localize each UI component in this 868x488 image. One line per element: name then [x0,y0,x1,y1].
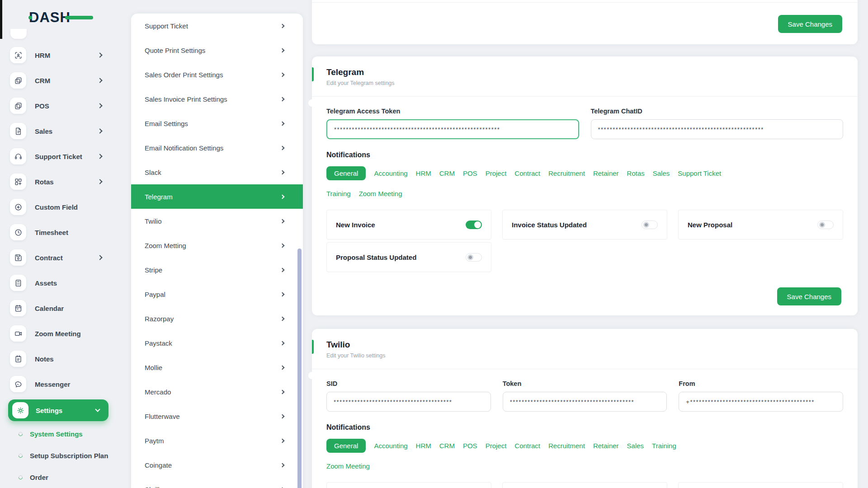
tab-contract[interactable]: Contract [514,439,540,453]
sidebar-item-timesheet[interactable]: Timesheet [0,220,130,245]
calculator-icon [10,275,26,291]
chevron-right-icon [97,52,102,57]
telegram-access-token-input[interactable] [326,119,579,139]
token-input[interactable] [503,392,667,412]
tab-crm[interactable]: CRM [439,166,455,180]
settings-menu-item-paystack[interactable]: Paystack [131,331,303,355]
settings-menu-item-coingate[interactable]: Coingate [131,453,303,477]
tab-hrm[interactable]: HRM [416,439,431,453]
save-button[interactable]: Save Changes [778,15,842,33]
sidebar-item-crm[interactable]: CRM [0,68,130,93]
settings-menu-item-label: Mercado [145,388,171,396]
sidebar-subitem-system-settings[interactable]: System Settings [0,423,130,445]
settings-menu-item-twilio[interactable]: Twilio [131,209,303,233]
settings-menu-item-mollie[interactable]: Mollie [131,355,303,380]
from-input[interactable] [679,392,843,412]
tab-rotas[interactable]: Rotas [627,166,645,180]
sidebar-item-custom-field[interactable]: Custom Field [0,194,130,220]
tab-zoom-meeting[interactable]: Zoom Meeting [359,187,402,201]
tab-training[interactable]: Training [326,187,351,201]
tab-sales[interactable]: Sales [653,166,670,180]
telegram-notification-tabs: GeneralAccountingHRMCRMPOSProjectContrac… [326,166,724,201]
settings-menu-item-label: Slack [145,169,161,176]
settings-menu-item-paypal[interactable]: Paypal [131,282,303,306]
save-button[interactable]: Save Changes [777,287,841,305]
tab-training[interactable]: Training [652,439,676,453]
tab-sales[interactable]: Sales [627,439,644,453]
tab-retainer[interactable]: Retainer [593,439,619,453]
invoice-status-updated-toggle[interactable] [642,221,658,229]
chevron-right-icon [280,389,285,394]
chevron-right-icon [280,243,285,248]
sidebar-item-pos[interactable]: POS [0,93,130,118]
scrollbar-thumb[interactable] [297,249,302,488]
grid-plus-icon [10,174,26,190]
tab-general[interactable]: General [326,166,366,180]
settings-menu-item-flutterwave[interactable]: Flutterwave [131,404,303,428]
tab-crm[interactable]: CRM [439,439,455,453]
tab-project[interactable]: Project [486,439,507,453]
sidebar-subitem-label: Setup Subscription Plan [30,452,108,460]
telegram-chatid-input[interactable] [591,119,844,139]
sidebar-item-label: Timesheet [35,229,68,236]
settings-menu-item-support-ticket[interactable]: Support Ticket [131,14,303,38]
settings-menu-item-skrill[interactable]: Skrill [131,477,303,488]
settings-menu-item-sales-order-print-settings[interactable]: Sales Order Print Settings [131,62,303,87]
tab-support-ticket[interactable]: Support Ticket [678,166,721,180]
settings-menu-item-mercado[interactable]: Mercado [131,380,303,404]
tab-recruitment[interactable]: Recruitment [548,439,585,453]
settings-menu-item-email-settings[interactable]: Email Settings [131,111,303,136]
settings-menu-item-zoom-metting[interactable]: Zoom Metting [131,233,303,258]
sidebar-item-hrm[interactable]: HRM [0,42,130,68]
new-proposal-toggle[interactable] [817,221,834,229]
previous-section-card: Save Changes [312,0,858,44]
tab-pos[interactable]: POS [463,166,477,180]
settings-menu-item-razorpay[interactable]: Razorpay [131,306,303,331]
settings-menu-item-quote-print-settings[interactable]: Quote Print Settings [131,38,303,62]
sidebar-item-contract[interactable]: Contract [0,245,130,270]
settings-menu-item-email-notification-settings[interactable]: Email Notification Settings [131,136,303,160]
bullet-icon [18,474,24,480]
settings-menu-item-label: Telegram [145,193,173,201]
tab-hrm[interactable]: HRM [416,166,431,180]
sidebar-item-support-ticket[interactable]: Support Ticket [0,144,130,169]
settings-menu-item-sales-invoice-print-settings[interactable]: Sales Invoice Print Settings [131,87,303,111]
settings-menu-item-stripe[interactable]: Stripe [131,258,303,282]
tab-zoom-meeting[interactable]: Zoom Meeting [326,459,370,473]
settings-menu-item-paytm[interactable]: Paytm [131,428,303,453]
settings-menu-item-label: Paypal [145,291,165,298]
tab-project[interactable]: Project [486,166,507,180]
sidebar-subitem-order[interactable]: Order [0,466,130,488]
sidebar-item-zoom-meeting[interactable]: Zoom Meeting [0,321,130,346]
sidebar-subitem-setup-subscription-plan[interactable]: Setup Subscription Plan [0,445,130,466]
sidebar-item-notes[interactable]: Notes [0,346,130,371]
tab-contract[interactable]: Contract [514,166,540,180]
chevron-right-icon [280,170,285,174]
tab-accounting[interactable]: Accounting [374,166,407,180]
settings-menu-item-label: Coingate [145,461,172,469]
notification-toggle-card: New Proposal [678,210,843,239]
settings-menu-item-slack[interactable]: Slack [131,160,303,184]
primary-nav: HRMCRMPOSSalesSupport TicketRotasCustom … [0,42,130,397]
settings-menu-item-telegram[interactable]: Telegram [131,184,303,209]
sidebar-item-rotas[interactable]: Rotas [0,169,130,194]
sidebar-item-settings[interactable]: Settings [8,399,108,421]
tab-accounting[interactable]: Accounting [374,439,407,453]
sidebar-item-calendar[interactable]: Calendar [0,296,130,321]
notification-toggle-card: New Invoice [326,210,491,239]
settings-menu-item-label: Email Settings [145,120,188,127]
proposal-status-updated-toggle[interactable] [466,253,482,262]
chevron-right-icon [97,255,102,260]
sidebar-item-messenger[interactable]: Messenger [0,371,130,397]
chevron-right-icon [97,78,102,83]
sidebar-item-assets[interactable]: Assets [0,270,130,296]
tab-recruitment[interactable]: Recruitment [548,166,585,180]
tab-retainer[interactable]: Retainer [593,166,619,180]
sid-input[interactable] [326,392,491,412]
tab-pos[interactable]: POS [463,439,477,453]
tab-general[interactable]: General [326,439,366,453]
chevron-right-icon [280,267,285,272]
new-invoice-toggle[interactable] [466,221,482,229]
sidebar-item-sales[interactable]: Sales [0,118,130,144]
notifications-heading: Notifications [326,423,843,432]
